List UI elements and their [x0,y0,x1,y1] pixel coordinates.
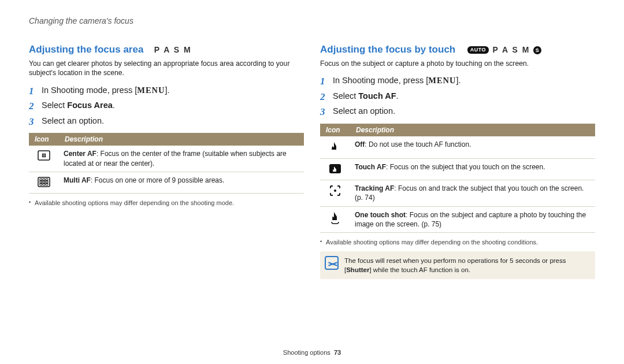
right-intro: Focus on the subject or capture a photo … [320,59,595,68]
left-th-desc: Description [59,133,304,146]
right-mode-icons: P A S M [492,45,530,54]
content-columns: Adjusting the focus area P A S M You can… [29,44,595,279]
left-mode-icons: P A S M [154,45,192,54]
right-section-title: Adjusting the focus by touch [320,44,455,55]
table-row: One touch shot: Focus on the subject and… [320,206,595,232]
off-icon [329,141,341,155]
menu-label: MENU [428,76,456,85]
svg-rect-11 [40,183,42,185]
breadcrumb: Changing the camera's focus [29,16,595,25]
table-row: Multi AF: Focus on one or more of 9 poss… [29,172,304,193]
left-intro: You can get clearer photos by selecting … [29,59,304,78]
left-steps: In Shooting mode, press [MENU]. Select F… [29,84,304,127]
page-number: 73 [334,349,341,356]
right-steps: In Shooting mode, press [MENU]. Select T… [320,74,595,117]
touch-af-icon [329,164,341,176]
svg-rect-7 [46,179,48,180]
multi-af-icon [38,177,50,190]
left-table: Icon Description Center AF: Focus on the… [29,133,304,194]
right-column: Adjusting the focus by touch AUTO P A S … [320,44,595,279]
right-step-3: Select an option. [320,105,595,117]
tracking-af-icon [329,185,341,199]
left-th-icon: Icon [29,133,59,146]
svg-rect-5 [40,179,42,180]
svg-point-15 [334,190,336,192]
right-th-desc: Description [350,124,595,136]
table-row: Off: Do not use the touch AF function. [320,136,595,159]
svg-rect-9 [43,181,45,183]
menu-label: MENU [137,86,165,95]
svg-rect-6 [43,179,45,180]
svg-rect-12 [43,183,45,185]
left-step-2: Select Focus Area. [29,99,304,112]
svg-rect-10 [46,181,48,183]
right-th-icon: Icon [320,124,350,136]
table-row: Tracking AF: Focus on and track the subj… [320,180,595,206]
mode-auto-icon: AUTO [467,46,489,54]
table-row: Touch AF: Focus on the subject that you … [320,159,595,180]
mode-s-icon: S [533,46,541,54]
callout-note: The focus will reset when you perform no… [320,251,595,279]
svg-rect-13 [46,183,48,185]
left-section-title: Adjusting the focus area [29,44,143,55]
left-footnote: Available shooting options may differ de… [29,199,304,206]
right-step-1: In Shooting mode, press [MENU]. [320,74,595,87]
right-table: Icon Description Off: Do not use the tou… [320,124,595,233]
left-step-3: Select an option. [29,114,304,127]
left-column: Adjusting the focus area P A S M You can… [29,44,304,279]
note-icon [325,256,339,270]
table-row: Center AF: Focus on the center of the fr… [29,146,304,172]
svg-rect-8 [40,181,42,183]
one-touch-shot-icon [329,211,341,226]
page-footer: Shooting options 73 [0,349,624,356]
right-footnote: Available shooting options may differ de… [320,239,595,246]
center-af-icon [38,150,50,163]
right-step-2: Select Touch AF. [320,90,595,102]
left-step-1: In Shooting mode, press [MENU]. [29,84,304,96]
